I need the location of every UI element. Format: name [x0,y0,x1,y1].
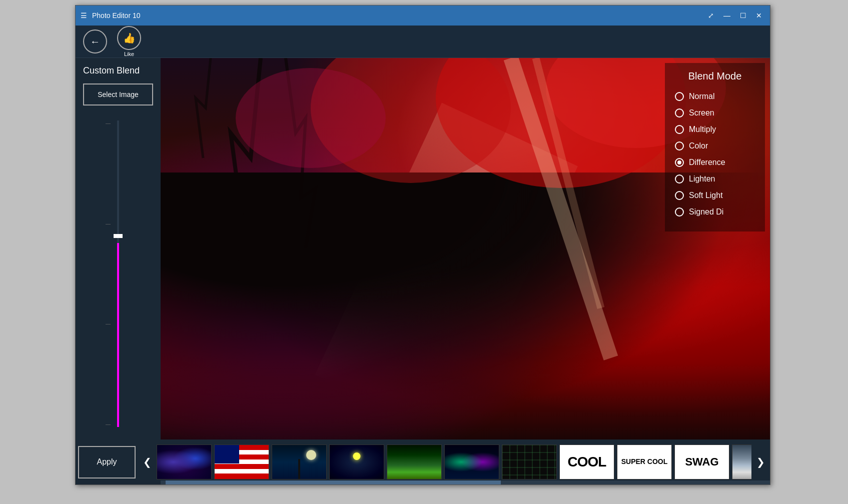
blend-label-multiply: Multiply [689,125,716,134]
maximize-button[interactable]: ☐ [737,10,749,20]
horizontal-scrollbar[interactable] [161,480,770,484]
main-window: ☰ Photo Editor 10 ⤢ — ☐ ✕ ← 👍 Like Custo… [75,5,770,485]
blend-option-signed-di[interactable]: Signed Di [675,208,755,216]
left-panel: Custom Blend Select Image — — — — [76,58,161,440]
panel-title: Custom Blend [83,66,153,76]
cool-text: COOL [568,454,606,470]
scrollbar-thumb [166,480,501,484]
toolbar: ← 👍 Like [76,26,770,58]
resize-icon[interactable]: ⤢ [705,10,717,20]
slider-fill [117,243,119,427]
blend-option-color[interactable]: Color [675,142,755,150]
thumbnail-grass[interactable] [387,444,442,480]
blend-option-lighten[interactable]: Lighten [675,174,755,184]
title-bar: ☰ Photo Editor 10 ⤢ — ☐ ✕ [76,6,770,26]
blend-label-soft-light: Soft Light [689,191,723,200]
thumbnail-cool[interactable]: COOL [559,444,614,480]
thumbnail-moon-tree[interactable] [272,444,327,480]
radio-normal[interactable] [675,92,684,101]
blend-option-soft-light[interactable]: Soft Light [675,191,755,200]
close-button[interactable]: ✕ [753,10,765,20]
scroll-right-button[interactable]: ❯ [754,454,767,470]
radio-difference-dot [677,160,681,164]
apply-button[interactable]: Apply [78,446,136,478]
thumbnail-space[interactable] [329,444,384,480]
radio-signed-di[interactable] [675,208,684,216]
window-title: Photo Editor 10 [92,12,705,20]
blend-label-normal: Normal [689,92,715,101]
like-container: 👍 Like [117,26,141,57]
bottom-strip: Apply ❮ [76,440,770,484]
tick-3: — [106,321,111,326]
blend-label-color: Color [689,142,708,150]
grid-svg [502,445,556,479]
like-label: Like [124,51,134,57]
blend-label-difference: Difference [689,158,725,167]
slider-thumb[interactable] [114,234,123,238]
thumbnail-grid[interactable] [502,444,557,480]
scroll-left-button[interactable]: ❮ [141,454,154,470]
slider-container: — — — — [83,116,153,432]
blend-option-screen[interactable]: Screen [675,108,755,118]
thumbnail-clouds[interactable] [732,444,751,480]
radio-difference[interactable] [675,158,684,167]
tick-4: — [106,422,111,427]
thumbnail-swag[interactable]: SWAG [674,444,729,480]
hamburger-icon[interactable]: ☰ [81,12,87,20]
back-button[interactable]: ← [83,30,107,54]
minimize-button[interactable]: — [721,10,733,20]
blend-label-screen: Screen [689,108,714,118]
thumbnail-supercool[interactable]: SUPER COOL [617,444,672,480]
radio-multiply[interactable] [675,125,684,134]
radio-screen[interactable] [675,108,684,118]
svg-rect-7 [502,445,556,479]
back-icon: ← [90,36,100,48]
blend-option-normal[interactable]: Normal [675,92,755,101]
radio-lighten[interactable] [675,174,684,184]
blend-label-lighten: Lighten [689,174,715,184]
radio-color[interactable] [675,142,684,150]
thumbnail-blue-flowers[interactable] [157,444,212,480]
supercool-text: SUPER COOL [621,458,668,466]
window-controls: ⤢ — ☐ ✕ [705,10,765,20]
thumbnail-neon[interactable] [444,444,499,480]
thumbnails-container: COOL SUPER COOL SWAG [157,444,751,480]
like-button[interactable]: 👍 [117,26,141,50]
blend-option-multiply[interactable]: Multiply [675,125,755,134]
tick-2: — [106,221,111,226]
blend-mode-panel: Blend Mode Normal Screen Multiply Color [665,63,765,232]
main-content: Custom Blend Select Image — — — — [76,58,770,440]
slider-ticks: — — — — [106,120,111,427]
radio-soft-light[interactable] [675,191,684,200]
thumbnail-flag[interactable] [214,444,269,480]
swag-text: SWAG [685,456,718,468]
image-area: Blend Mode Normal Screen Multiply Color [161,58,770,440]
select-image-button[interactable]: Select Image [83,84,153,106]
like-icon: 👍 [123,32,136,44]
blend-label-signed-di: Signed Di [689,208,723,216]
blend-mode-title: Blend Mode [675,70,755,82]
tick-1: — [106,120,111,126]
opacity-slider[interactable]: — — — — [113,120,123,427]
blend-option-difference[interactable]: Difference [675,158,755,167]
